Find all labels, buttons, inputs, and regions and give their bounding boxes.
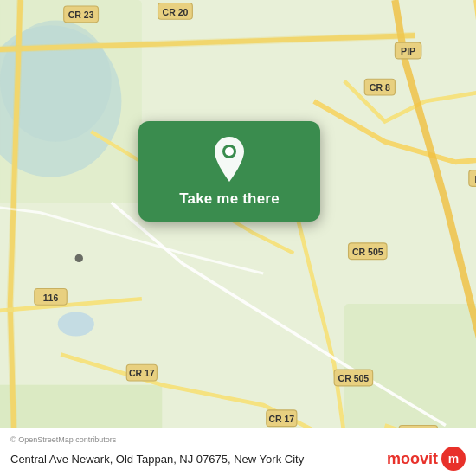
address-text: Central Ave Newark, Old Tappan, NJ 07675… — [10, 453, 304, 466]
address-row: Central Ave Newark, Old Tappan, NJ 07675… — [10, 447, 466, 471]
svg-text:116: 116 — [43, 293, 59, 303]
svg-text:CR 20: CR 20 — [163, 7, 189, 17]
svg-text:CR 17: CR 17 — [268, 414, 294, 424]
svg-point-3 — [58, 312, 94, 336]
svg-text:CR 8: CR 8 — [370, 82, 390, 93]
svg-text:CR 23: CR 23 — [68, 10, 94, 20]
moovit-logo: moovit m — [387, 447, 466, 471]
svg-point-35 — [75, 254, 83, 262]
take-me-there-card[interactable]: Take me there — [138, 121, 320, 222]
svg-point-37 — [225, 147, 234, 156]
moovit-icon-letter: m — [448, 453, 459, 465]
moovit-brand-text: moovit — [387, 450, 438, 468]
take-me-there-label: Take me there — [179, 190, 280, 208]
map-attribution: © OpenStreetMap contributors — [10, 435, 466, 444]
location-pin-icon — [210, 137, 248, 182]
svg-text:CR 505: CR 505 — [352, 247, 383, 257]
svg-text:CR 17: CR 17 — [129, 368, 155, 378]
svg-text:CR 505: CR 505 — [338, 373, 370, 383]
map-svg: CR 23 CR 20 53 53 CR 8 US 6 PIP PIP CR 5… — [0, 0, 476, 476]
map-container: CR 23 CR 20 53 53 CR 8 US 6 PIP PIP CR 5… — [0, 0, 476, 476]
svg-text:PIP: PIP — [401, 46, 415, 56]
bottom-bar: © OpenStreetMap contributors Central Ave… — [0, 428, 476, 476]
moovit-icon: m — [441, 447, 466, 471]
